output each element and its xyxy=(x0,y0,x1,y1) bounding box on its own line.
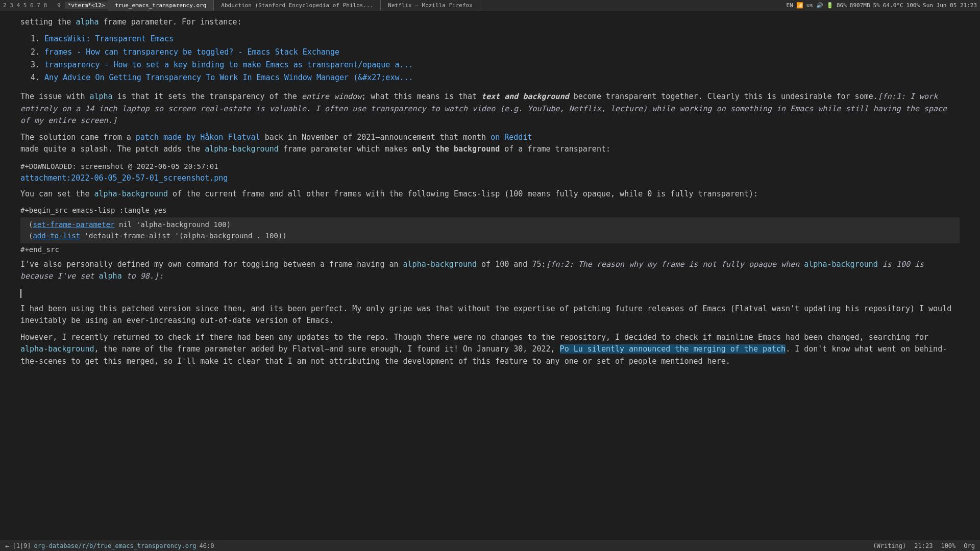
tab-netflix[interactable]: Netflix — Mozilla Firefox xyxy=(381,0,480,11)
battery-pct: 86% xyxy=(837,2,847,9)
cursor-position: 21:23 xyxy=(914,542,933,549)
attachment-link[interactable]: attachment:2022-06-05_20-57-01_screensho… xyxy=(20,173,228,183)
list-item-1: 1. EmacsWiki: Transparent Emacs xyxy=(31,33,960,45)
begin-src-marker: #+begin_src emacs-lisp :tangle yes xyxy=(20,205,960,216)
mode-indicator: Org xyxy=(964,542,975,549)
attachment-link-line: attachment:2022-06-05_20-57-01_screensho… xyxy=(20,172,960,184)
zoom-level: 100% xyxy=(941,542,955,549)
link-po-lu[interactable]: Po Lu silently announced the merging of … xyxy=(560,344,786,354)
cursor-line xyxy=(20,288,960,298)
list-item-2: 2. frames - How can transparency be togg… xyxy=(31,46,960,58)
link-stackexchange[interactable]: frames - How can transparency be toggled… xyxy=(44,47,339,57)
link-keybinding[interactable]: transparency - How to set a key binding … xyxy=(44,60,413,69)
battery-icon: 🔋 xyxy=(826,2,834,9)
lang-indicator: EN xyxy=(786,2,793,9)
link-patch[interactable]: patch made by Håkon Flatval xyxy=(136,133,260,142)
link-advice[interactable]: Any Advice On Getting Transparency To Wo… xyxy=(44,73,413,82)
mem-label: 8907MB xyxy=(850,2,870,9)
content-area[interactable]: setting the alpha frame parameter. For i… xyxy=(0,11,980,540)
buffer-info: [1|9] xyxy=(12,542,31,549)
patch-paragraph: I had been using this patched version si… xyxy=(20,303,960,327)
intro-paragraph: setting the alpha frame parameter. For i… xyxy=(20,16,960,28)
footnote-2: [fn:2: The reason why my frame is not fu… xyxy=(546,260,804,269)
list-item-4: 4. Any Advice On Getting Transparency To… xyxy=(31,72,960,84)
tab-abduction[interactable]: Abduction (Stanford Encyclopedia of Phil… xyxy=(214,0,381,11)
alpha-background-code-4: alpha-background xyxy=(20,344,94,354)
issue-paragraph: The issue with alpha is that it sets the… xyxy=(20,91,960,127)
alpha-background-code-3: alpha-background xyxy=(403,260,477,269)
alpha-code-1: alpha xyxy=(76,17,99,27)
volume-label: us xyxy=(806,2,813,9)
alpha-background-code-2: alpha-background xyxy=(94,189,168,198)
time-display: Sun Jun 05 21:23 xyxy=(923,2,977,9)
toggle-paragraph: I've also personally defined my own comm… xyxy=(20,259,960,283)
temp-label: 64.0°C xyxy=(883,2,903,9)
add-to-list-fn: add-to-list xyxy=(33,232,80,240)
code-block-container: #+begin_src emacs-lisp :tangle yes (set-… xyxy=(20,205,960,256)
return-paragraph: However, I recently returned to check if… xyxy=(20,332,960,367)
solution-paragraph: The solution came from a patch made by H… xyxy=(20,132,960,156)
link-reddit[interactable]: on Reddit xyxy=(491,133,532,142)
topbar: 2 3 4 5 6 7 8 9 *vterm*<12> true_emacs_t… xyxy=(0,0,980,11)
link-emacswiki[interactable]: EmacsWiki: Transparent Emacs xyxy=(44,34,174,43)
downloaded-line: #+DOWNLOADED: screenshot @ 2022-06-05 20… xyxy=(20,161,960,172)
code-line-1: (set-frame-parameter nil 'alpha-backgrou… xyxy=(29,219,951,231)
set-paragraph: You can set the alpha-background of the … xyxy=(20,188,960,200)
mem-pct: 5% xyxy=(873,2,880,9)
filename: org-database/r/b/true_emacs_transparency… xyxy=(34,542,197,549)
statusbar: ← [1|9] org-database/r/b/true_emacs_tran… xyxy=(0,540,980,551)
workspace-numbers: 2 3 4 5 6 7 8 9 xyxy=(3,2,61,9)
line-col: 46:0 xyxy=(199,542,214,549)
brightness-label: 100% xyxy=(906,2,920,9)
volume-icon: 🔊 xyxy=(816,2,823,9)
code-line-2: (add-to-list 'default-frame-alist '(alph… xyxy=(29,231,951,242)
links-list: 1. EmacsWiki: Transparent Emacs 2. frame… xyxy=(20,33,960,84)
list-item-3: 3. transparency - How to set a key bindi… xyxy=(31,59,960,71)
alpha-background-code-fn2: alpha-background xyxy=(804,260,878,269)
nav-arrow[interactable]: ← xyxy=(5,542,9,550)
main-area: setting the alpha frame parameter. For i… xyxy=(0,11,980,540)
network-icon: 📶 xyxy=(796,2,803,9)
term-label[interactable]: *vterm*<12> xyxy=(65,2,108,9)
alpha-code-2: alpha xyxy=(89,92,112,101)
alpha-background-code-1: alpha-background xyxy=(205,144,279,154)
set-frame-parameter-fn: set-frame-parameter xyxy=(33,220,114,229)
write-status: (Writing) xyxy=(873,542,906,549)
tab-transparency[interactable]: true_emacs_transparency.org xyxy=(108,0,214,11)
code-block[interactable]: (set-frame-parameter nil 'alpha-backgrou… xyxy=(20,217,960,243)
end-src-marker: #+end_src xyxy=(20,244,960,256)
